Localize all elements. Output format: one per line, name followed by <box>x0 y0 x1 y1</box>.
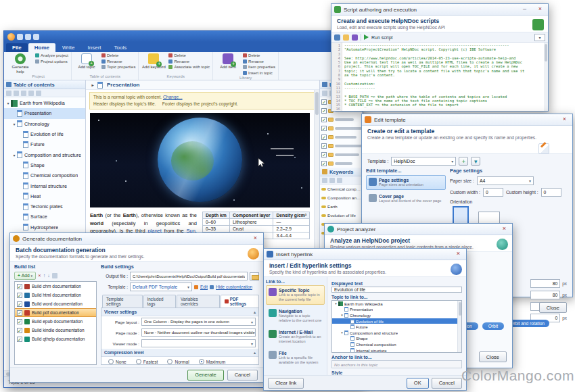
keywords-tool-icon[interactable] <box>337 178 342 183</box>
move-down-icon[interactable]: ↓ <box>47 273 50 278</box>
checkbox[interactable]: ✓ <box>17 284 22 289</box>
checkbox[interactable]: ✓ <box>17 293 22 298</box>
save-script-icon[interactable] <box>352 34 358 41</box>
main-titlebar[interactable] <box>4 31 363 42</box>
hyperlink-titlebar[interactable]: Insert hyperlink × <box>264 249 466 260</box>
tree-item-evolution-of-life[interactable]: Evolution of life <box>332 318 461 324</box>
page-layout-combo[interactable]: One Column - Display the pages in one co… <box>141 318 256 326</box>
tree-item-surface[interactable]: Surface <box>4 212 85 222</box>
run-script-button[interactable]: Run script <box>371 35 393 40</box>
library-item[interactable]: ✓ <box>320 115 363 124</box>
ribbon-button-rename[interactable]: Rename <box>101 59 135 65</box>
nav-item-internet-e-mail[interactable]: Internet / E-MailCreate an hyperlink to … <box>266 327 325 347</box>
tree-item-evolution-of-life[interactable]: Evolution of life <box>4 129 85 139</box>
ribbon-button-insert-in-topic[interactable]: Insert in topic <box>243 70 275 76</box>
ribbon-tab-write[interactable]: Write <box>56 43 81 52</box>
new-script-icon[interactable] <box>334 34 340 41</box>
checkbox[interactable]: ✓ <box>321 108 327 114</box>
open-script-icon[interactable] <box>343 34 349 41</box>
library-item[interactable]: ✓ <box>320 141 363 150</box>
ribbon-button-project-options[interactable]: Project options <box>35 59 68 65</box>
tree-item-shape[interactable]: Shape <box>332 336 461 342</box>
add-build-button[interactable]: + Add ▾ <box>14 272 36 280</box>
checkbox[interactable]: ✓ <box>17 310 22 316</box>
library-item[interactable]: ✓ <box>320 159 363 168</box>
generate-titlebar[interactable]: Generate documentation × <box>10 233 263 245</box>
tree-item-future[interactable]: Future <box>4 139 85 149</box>
tab-variables-overrides[interactable]: Variables overrides <box>177 295 220 308</box>
nav-item-file[interactable]: FileLink to a specific file available on… <box>266 348 325 368</box>
ribbon-button-associate-with-topic[interactable]: Associate with topic <box>168 64 210 70</box>
topic-pill-orbit[interactable]: Orbit <box>482 322 504 330</box>
library-item[interactable]: ✓ <box>320 132 363 141</box>
ribbon-button-delete[interactable]: Delete <box>168 53 210 59</box>
tab-pdf-settings[interactable]: PDF settings <box>221 295 259 308</box>
build-item-build-word-documentation[interactable]: ✓Build word documentation <box>15 299 96 308</box>
tree-item-chronology[interactable]: ▾Chronology <box>332 312 461 318</box>
ribbon-tab-home[interactable]: Home <box>28 43 55 52</box>
keyword-item-chemical-composition[interactable]: Chemical composition <box>320 185 363 193</box>
custom-width-field[interactable]: 0 <box>483 188 503 197</box>
keyword-item-evolution-of-life[interactable]: Evolution of life <box>320 211 363 220</box>
ribbon-button-rename[interactable]: Rename <box>168 59 210 65</box>
add-template-button[interactable]: + <box>459 157 468 166</box>
browse-folder-button[interactable] <box>250 272 259 280</box>
tree-item-hydrosphere[interactable]: Hydrosphere <box>4 222 85 232</box>
expander-icon[interactable]: ▾ <box>340 313 344 317</box>
viewer-mode-combo[interactable]: ▾ <box>141 339 256 347</box>
generate-button[interactable]: Generate <box>187 370 223 381</box>
ribbon-button-add-keyword[interactable]: Add keyword <box>141 53 166 74</box>
margin-field[interactable]: 80 <box>530 279 560 288</box>
library-tool-icon[interactable] <box>322 91 327 96</box>
checkbox[interactable]: ✓ <box>321 152 327 157</box>
output-file-input[interactable] <box>130 272 248 280</box>
radio-normal[interactable]: Normal <box>167 359 189 364</box>
clear-link-button[interactable]: Clear link <box>268 378 304 389</box>
toc-tool-icon[interactable] <box>28 91 34 96</box>
compression-section[interactable]: Compression level ▴ <box>101 349 258 357</box>
close-button[interactable]: × <box>499 225 509 233</box>
toc-tool-icon[interactable] <box>21 91 26 96</box>
ribbon-tab-file[interactable]: File <box>6 43 28 52</box>
close-button[interactable]: × <box>250 235 260 243</box>
radio-maximum[interactable]: Maximum <box>199 359 226 364</box>
close-analyzer-button[interactable]: Close <box>479 351 507 362</box>
build-item-build-kindle-documentation[interactable]: ✓Build kindle documentation <box>15 326 96 335</box>
analyzer-titlebar[interactable]: Project analyzer × <box>325 224 512 235</box>
custom-height-field[interactable]: 0 <box>541 188 561 197</box>
checkbox[interactable]: ✓ <box>321 99 327 105</box>
tree-scrollbar[interactable] <box>457 301 461 352</box>
radio-none[interactable]: None <box>108 359 127 364</box>
page-mode-combo[interactable]: None - Neither document outline nor thum… <box>141 328 256 337</box>
viewer-settings-section[interactable]: Viewer settings ▴ <box>101 308 258 316</box>
tree-item-shape[interactable]: Shape <box>4 160 85 170</box>
tree-item-chronology[interactable]: ▾Chronology <box>4 119 85 129</box>
checkbox[interactable]: ✓ <box>321 126 327 131</box>
tree-item-composition-and-structure[interactable]: ▾Composition and structure <box>332 330 461 336</box>
script-dropdown[interactable]: ▾ <box>534 34 545 41</box>
ribbon-button-item-properties[interactable]: Item properties <box>243 64 275 70</box>
tab-template-settings[interactable]: Template settings <box>102 295 143 308</box>
nav-item-cover-page[interactable]: Cover pageLayout and content of the cove… <box>366 191 446 206</box>
expander-icon[interactable]: ▾ <box>12 122 17 126</box>
library-item[interactable]: ✓ <box>320 124 363 132</box>
code-scrollbar[interactable] <box>544 43 548 111</box>
ribbon-button-delete[interactable]: Delete <box>101 53 135 59</box>
cancel-button[interactable]: Cancel <box>432 378 462 389</box>
ribbon-button-topic-properties[interactable]: Topic properties <box>101 64 135 70</box>
minimize-button[interactable]: – <box>520 5 530 14</box>
keywords-tool-icon[interactable] <box>329 178 335 183</box>
remove-build-icon[interactable]: × <box>38 273 41 278</box>
tree-item-chemical-composition[interactable]: Chemical composition <box>332 341 461 347</box>
move-up-icon[interactable]: ↑ <box>43 273 46 278</box>
ribbon-tab-tools[interactable]: Tools <box>108 43 133 52</box>
tree-item-internal-structure[interactable]: Internal structure <box>4 180 85 191</box>
build-item-build-epub-documentation[interactable]: ✓Build epub documentation <box>15 317 96 326</box>
displayed-text-input[interactable] <box>331 287 462 293</box>
checkbox[interactable]: ✓ <box>17 301 22 307</box>
tree-item-presentation[interactable]: Presentation <box>4 108 85 118</box>
checkbox[interactable]: ✓ <box>17 319 22 324</box>
tree-item-internal-structure[interactable]: Internal structure <box>332 347 461 353</box>
ribbon-button-rename[interactable]: Rename <box>243 59 275 65</box>
tab-included-tags[interactable]: Included tags <box>143 295 176 308</box>
